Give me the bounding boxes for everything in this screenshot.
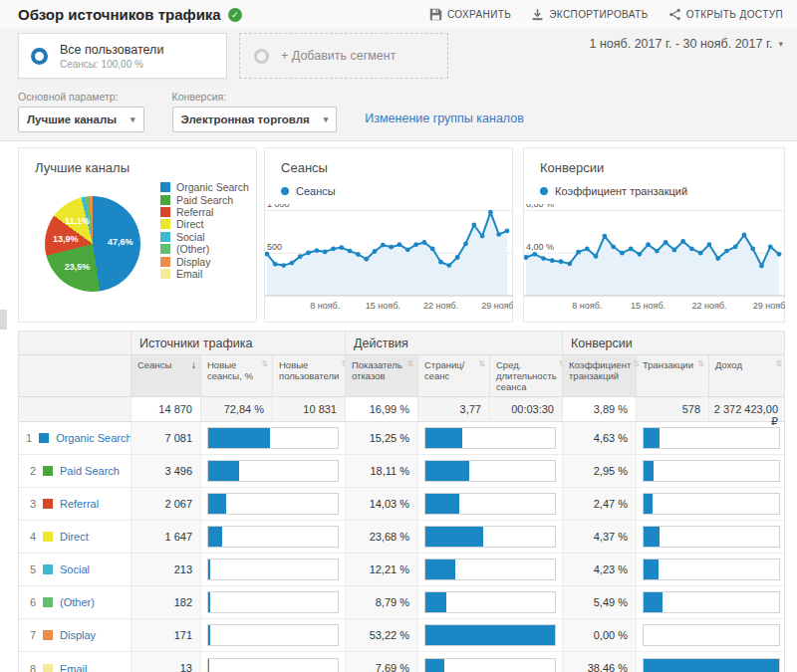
- add-segment-button[interactable]: + Добавить сегмент: [239, 33, 448, 79]
- data-point[interactable]: [463, 241, 468, 246]
- data-point[interactable]: [742, 233, 747, 238]
- totals-cell-7: 578: [636, 397, 708, 421]
- data-point[interactable]: [281, 263, 286, 268]
- data-point[interactable]: [273, 262, 278, 267]
- table-row: 7Display17153,22 %0,00 %: [19, 619, 784, 652]
- data-point[interactable]: [398, 242, 402, 247]
- data-point[interactable]: [715, 256, 720, 261]
- data-point[interactable]: [620, 251, 625, 256]
- column-header-0[interactable]: Сеансы↓: [131, 355, 200, 396]
- data-point[interactable]: [532, 252, 537, 257]
- bounce-rate-bar: [425, 494, 459, 514]
- data-point[interactable]: [331, 247, 336, 252]
- column-header-2[interactable]: Новые пользователи⇅: [272, 355, 345, 396]
- data-point[interactable]: [356, 252, 361, 257]
- sessions-bar-cell: [200, 521, 345, 553]
- data-point[interactable]: [768, 244, 773, 249]
- column-header-3[interactable]: Показатель отказов⇅: [345, 355, 417, 396]
- segment-all-users[interactable]: Все пользователи Сеансы: 100,00 %: [18, 33, 227, 79]
- data-point[interactable]: [680, 239, 685, 244]
- data-point[interactable]: [576, 250, 581, 255]
- share-button[interactable]: ОТКРЫТЬ ДОСТУП: [668, 8, 783, 21]
- conversion-label: Конверсия:: [172, 91, 338, 103]
- data-point[interactable]: [689, 247, 694, 252]
- column-header-4[interactable]: Страниц/сеанс⇅: [417, 355, 489, 396]
- channel-link[interactable]: Organic Search: [56, 432, 132, 444]
- data-point[interactable]: [339, 245, 344, 250]
- data-point[interactable]: [422, 240, 427, 245]
- data-point[interactable]: [488, 210, 493, 215]
- data-point[interactable]: [381, 243, 386, 248]
- data-point[interactable]: [655, 249, 660, 254]
- data-point[interactable]: [455, 255, 460, 260]
- data-point[interactable]: [446, 263, 451, 268]
- channel-link[interactable]: Paid Search: [60, 465, 120, 477]
- data-point[interactable]: [550, 258, 555, 263]
- column-header-5[interactable]: Сред. длительность сеанса⇅: [489, 355, 562, 396]
- data-point[interactable]: [471, 223, 476, 228]
- channel-color-chip: [43, 499, 53, 509]
- channel-link[interactable]: Direct: [60, 531, 89, 543]
- data-point[interactable]: [496, 232, 501, 237]
- data-point[interactable]: [672, 248, 677, 253]
- bounce-rate-bar-cell: [417, 586, 562, 618]
- data-point[interactable]: [438, 260, 443, 265]
- channel-link[interactable]: (Other): [60, 596, 95, 608]
- data-point[interactable]: [323, 250, 328, 255]
- data-point[interactable]: [733, 244, 738, 249]
- data-point[interactable]: [348, 249, 353, 254]
- data-point[interactable]: [389, 245, 394, 250]
- data-point[interactable]: [759, 264, 764, 269]
- save-button[interactable]: СОХРАНИТЬ: [429, 8, 511, 21]
- data-point[interactable]: [698, 251, 703, 256]
- data-point[interactable]: [559, 259, 564, 264]
- data-point[interactable]: [364, 257, 369, 262]
- conversion-select[interactable]: Электронная торговля ▾: [172, 107, 338, 132]
- channel-link[interactable]: Email: [60, 663, 88, 672]
- data-point[interactable]: [638, 252, 643, 257]
- table-row: 8Email137,69 %38,46 %: [19, 652, 784, 672]
- primary-dimension-select[interactable]: Лучшие каналы ▾: [18, 107, 144, 132]
- data-point[interactable]: [505, 229, 510, 234]
- channel-color-chip: [43, 630, 53, 640]
- data-point[interactable]: [724, 249, 729, 254]
- data-point[interactable]: [646, 242, 651, 247]
- column-header-8[interactable]: Доход⇅: [708, 355, 786, 396]
- data-point[interactable]: [629, 247, 634, 252]
- conversions-line-chart[interactable]: 8,00 %4,00 %8 нояб.15 нояб.22 нояб.29 но…: [524, 204, 785, 320]
- data-point[interactable]: [413, 242, 418, 247]
- column-header-6[interactable]: Коэффициент транзакций⇅: [562, 355, 636, 396]
- sessions-line-chart[interactable]: 1 0005008 нояб.15 нояб.22 нояб.29 нояб.: [265, 204, 513, 320]
- data-point[interactable]: [405, 247, 410, 252]
- column-header-label: Новые сеансы, %: [207, 359, 259, 392]
- column-header-1[interactable]: Новые сеансы, %⇅: [200, 355, 272, 396]
- data-point[interactable]: [777, 252, 782, 257]
- data-point[interactable]: [306, 250, 311, 255]
- verified-badge-icon: ✓: [228, 8, 242, 22]
- data-point[interactable]: [480, 234, 485, 239]
- data-point[interactable]: [594, 254, 599, 259]
- data-point[interactable]: [750, 247, 755, 252]
- bounce-rate-bar-cell: [417, 455, 562, 487]
- channel-link[interactable]: Social: [60, 563, 90, 575]
- date-range-selector[interactable]: 1 нояб. 2017 г. - 30 нояб. 2017 г. ▾: [590, 37, 783, 51]
- data-point[interactable]: [611, 244, 616, 249]
- export-button[interactable]: ЭКСПОРТИРОВАТЬ: [531, 8, 648, 21]
- data-point[interactable]: [373, 249, 378, 254]
- data-point[interactable]: [290, 261, 295, 266]
- channel-link[interactable]: Referral: [60, 498, 99, 510]
- data-point[interactable]: [585, 247, 590, 252]
- edit-channel-grouping-link[interactable]: Изменение группы каналов: [365, 112, 524, 125]
- data-point[interactable]: [541, 256, 546, 261]
- data-point[interactable]: [664, 240, 668, 245]
- data-point[interactable]: [567, 262, 572, 267]
- data-point[interactable]: [602, 234, 607, 239]
- data-point[interactable]: [707, 242, 712, 247]
- channel-link[interactable]: Display: [60, 629, 96, 641]
- data-point[interactable]: [430, 247, 435, 252]
- data-point[interactable]: [315, 248, 320, 253]
- conversions-legend: Коэффициент транзакций: [524, 175, 784, 197]
- column-header-7[interactable]: Транзакции⇅: [636, 355, 708, 396]
- data-point[interactable]: [298, 254, 303, 259]
- pie-slice-percent-label: 23,5%: [65, 262, 91, 272]
